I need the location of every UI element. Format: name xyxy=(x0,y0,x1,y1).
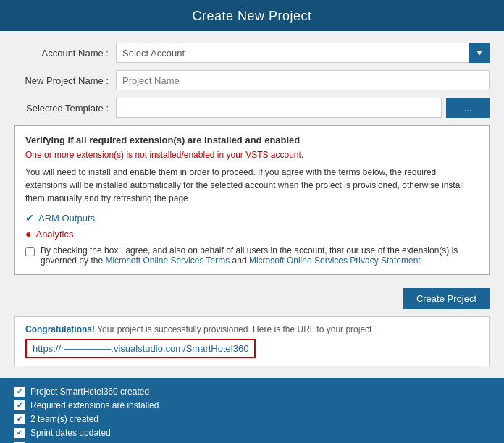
status-list: ✔Project SmartHotel360 created✔Required … xyxy=(0,378,504,443)
agreement-checkbox[interactable] xyxy=(25,247,35,256)
status-item: ✔Required extensions are installed xyxy=(14,400,490,410)
project-name-label: New Project Name : xyxy=(14,75,116,86)
status-item: ✔Sprint dates updated xyxy=(14,428,490,438)
extensions-title: Verifying if all required extension(s) a… xyxy=(25,135,479,145)
project-name-input[interactable] xyxy=(116,70,490,90)
privacy-link[interactable]: Microsoft Online Services Privacy Statem… xyxy=(249,256,421,266)
success-title: Congratulations! Your project is success… xyxy=(25,324,479,334)
template-label: Selected Template : xyxy=(14,103,116,114)
status-check-icon: ✔ xyxy=(14,400,25,410)
status-check-icon: ✔ xyxy=(14,414,25,424)
success-box: Congratulations! Your project is success… xyxy=(14,316,490,366)
extension-arm-outputs: ✔ ARM Outputs xyxy=(25,212,479,224)
account-label: Account Name : xyxy=(14,48,116,59)
status-text: 2 team(s) created xyxy=(30,414,98,424)
extensions-description: You will need to install and enable them… xyxy=(25,166,479,205)
status-text: Project SmartHotel360 created xyxy=(30,387,149,397)
account-select[interactable]: Select Account xyxy=(116,43,490,63)
status-check-icon: ✔ xyxy=(14,387,25,397)
arm-outputs-label: ARM Outputs xyxy=(38,213,95,224)
congrats-text: Congratulations! xyxy=(25,324,95,334)
status-text: Sprint dates updated xyxy=(30,428,111,438)
account-row: Account Name : Select Account ▼ xyxy=(14,43,490,63)
main-content: Account Name : Select Account ▼ New Proj… xyxy=(0,31,504,378)
radio-dot-icon: ● xyxy=(25,228,31,240)
agreement-row: By checking the box I agree, and also on… xyxy=(25,245,479,266)
agreement-text: By checking the box I agree, and also on… xyxy=(41,245,479,266)
page-title: Create New Project xyxy=(192,9,311,23)
page-wrapper: Create New Project Account Name : Select… xyxy=(0,0,504,443)
extensions-box: Verifying if all required extension(s) a… xyxy=(14,125,490,275)
status-check-icon: ✔ xyxy=(14,428,25,438)
status-item: ✔2 team(s) created xyxy=(14,414,490,424)
project-url[interactable]: https://r—————.visualstudio.com/SmartHot… xyxy=(25,339,256,358)
analytics-label: Analytics xyxy=(35,229,73,240)
status-text: Required extensions are installed xyxy=(30,400,159,410)
page-header: Create New Project xyxy=(0,0,504,31)
account-select-wrapper: Select Account ▼ xyxy=(116,43,490,63)
success-message: Your project is successfully provisioned… xyxy=(97,324,371,334)
template-browse-button[interactable]: ... xyxy=(446,98,490,118)
template-row: Selected Template : SmartHotel360 ... xyxy=(14,98,490,118)
create-btn-row: Create Project xyxy=(14,282,490,316)
create-project-button[interactable]: Create Project xyxy=(403,288,490,309)
tos-link[interactable]: Microsoft Online Services Terms xyxy=(105,256,230,266)
extensions-warning: One or more extension(s) is not installe… xyxy=(25,150,479,160)
project-name-row: New Project Name : xyxy=(14,70,490,90)
status-item: ✔Project SmartHotel360 created xyxy=(14,387,490,397)
checkmark-icon: ✔ xyxy=(25,212,34,224)
template-input[interactable]: SmartHotel360 xyxy=(116,98,442,118)
extension-analytics: ● Analytics xyxy=(25,228,479,240)
